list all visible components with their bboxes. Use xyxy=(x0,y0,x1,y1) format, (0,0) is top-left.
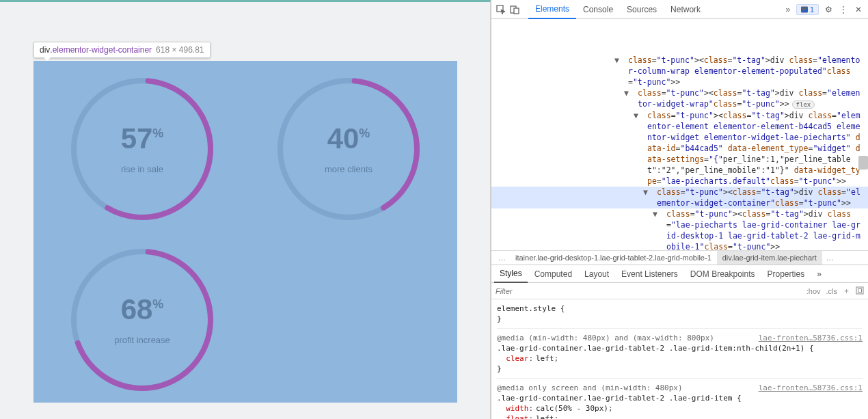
percent-value: 40% xyxy=(327,124,370,153)
styles-body[interactable]: element.style { } lae-fronten…58736.css:… xyxy=(491,299,868,419)
elementor-widget-container: 57% rise in sale 40% more clients 68% pr… xyxy=(33,61,457,403)
css-val: calc(50% - 30px) xyxy=(536,404,608,413)
devtools-tab-network[interactable]: Network xyxy=(664,0,707,19)
rule-selector: element.style { xyxy=(497,303,863,314)
percent-label: profit increase xyxy=(114,335,170,345)
svg-rect-8 xyxy=(514,8,519,14)
styles-filter-input[interactable] xyxy=(496,287,801,295)
styles-tab-computed[interactable]: Computed xyxy=(529,265,578,283)
flex-badge[interactable]: flex xyxy=(792,100,815,109)
box-model-icon[interactable] xyxy=(856,286,864,296)
styles-tab-more[interactable]: » xyxy=(811,265,827,283)
inspect-tooltip: div.elementor-widget-container618 × 496.… xyxy=(33,42,211,58)
percent-value: 68% xyxy=(121,295,164,324)
piechart-item: 57% rise in sale xyxy=(39,64,245,234)
breadcrumb-seg[interactable]: itainer.lae-grid-desktop-1.lae-grid-tabl… xyxy=(510,251,717,265)
svg-rect-10 xyxy=(802,8,806,9)
devtools-tab-sources[interactable]: Sources xyxy=(620,0,664,19)
css-prop: float xyxy=(506,414,528,419)
dom-node[interactable]: ▼class="t-punc"><class="t-tag">div class… xyxy=(491,110,868,187)
piechart-item: 68% profit increase xyxy=(39,234,245,405)
percent-value: 57% xyxy=(121,124,164,153)
dom-node[interactable]: ▼class="t-punc"><class="t-tag">div class… xyxy=(491,187,868,208)
page-preview: div.elementor-widget-container618 × 496.… xyxy=(0,0,491,419)
gear-icon[interactable]: ⚙ xyxy=(823,4,834,15)
styles-tab-styles[interactable]: Styles xyxy=(494,265,528,283)
tooltip-tag: div xyxy=(40,45,50,55)
more-tabs-icon[interactable]: » xyxy=(783,4,794,15)
svg-rect-13 xyxy=(858,288,862,292)
styles-tab-event-listeners[interactable]: Event Listeners xyxy=(616,265,683,283)
breadcrumb[interactable]: … itainer.lae-grid-desktop-1.lae-grid-ta… xyxy=(491,250,868,265)
css-prop: width xyxy=(506,404,528,413)
dom-node[interactable]: ▼class="t-punc"><class="t-tag">div class… xyxy=(491,208,868,250)
rule-close: } xyxy=(497,314,863,324)
percent-label: rise in sale xyxy=(121,164,163,174)
styles-tab-dom-breakpoints[interactable]: DOM Breakpoints xyxy=(685,265,761,283)
devtools-panel: ElementsConsoleSourcesNetwork » 1 ⚙ ⋮ ✕ … xyxy=(491,0,868,419)
donut-ring: 57% rise in sale xyxy=(67,74,217,224)
styles-tab-layout[interactable]: Layout xyxy=(579,265,614,283)
devtools-tab-elements[interactable]: Elements xyxy=(528,0,576,19)
piechart-item: 40% more clients xyxy=(245,64,452,234)
rule-source-link[interactable]: lae-fronten…58736.css:1 xyxy=(759,383,863,393)
percent-label: more clients xyxy=(325,164,372,174)
close-icon[interactable]: ✕ xyxy=(853,4,864,15)
rule-close: } xyxy=(497,364,863,374)
inspect-icon[interactable] xyxy=(496,4,506,15)
css-prop: clear xyxy=(506,354,528,363)
breadcrumb-ellipsis: … xyxy=(494,254,510,262)
css-val: left xyxy=(536,414,554,419)
svg-rect-12 xyxy=(856,287,863,294)
rule-selector: .lae-grid-container.lae-grid-tablet-2 .l… xyxy=(497,343,863,353)
breadcrumb-ellipsis: … xyxy=(822,254,838,262)
cls-toggle[interactable]: .cls xyxy=(826,287,838,295)
issue-badge[interactable]: 1 xyxy=(796,4,819,15)
scrollbar-thumb[interactable] xyxy=(858,156,868,170)
tooltip-class: .elementor-widget-container xyxy=(50,45,152,55)
tooltip-dims: 618 × 496.81 xyxy=(156,45,204,55)
rule-source-link[interactable]: lae-fronten…58736.css:1 xyxy=(759,333,863,343)
devtools-tab-console[interactable]: Console xyxy=(576,0,620,19)
dom-node[interactable]: ▼class="t-punc"><class="t-tag">div class… xyxy=(491,87,868,110)
dom-node[interactable]: ▼class="t-punc"><class="t-tag">div class… xyxy=(491,55,868,87)
dom-tree[interactable]: ▼class="t-punc"><class="t-tag">div class… xyxy=(491,19,868,250)
new-rule-icon[interactable]: ＋ xyxy=(843,286,850,296)
styles-filter-row: :hov .cls ＋ xyxy=(491,283,868,299)
styles-tabs: StylesComputedLayoutEvent ListenersDOM B… xyxy=(491,265,868,283)
donut-ring: 68% profit increase xyxy=(67,245,217,395)
devtools-toolbar: ElementsConsoleSourcesNetwork » 1 ⚙ ⋮ ✕ xyxy=(491,0,868,19)
css-val: left xyxy=(536,354,554,363)
device-toggle-icon[interactable] xyxy=(509,4,520,15)
rule-selector: .lae-grid-container.lae-grid-tablet-2 .l… xyxy=(497,393,863,403)
styles-tab-properties[interactable]: Properties xyxy=(762,265,811,283)
hov-toggle[interactable]: :hov xyxy=(806,287,821,295)
svg-rect-11 xyxy=(802,10,805,10)
donut-ring: 40% more clients xyxy=(273,74,424,224)
breadcrumb-seg-selected[interactable]: div.lae-grid-item.lae-piechart xyxy=(717,251,822,265)
kebab-icon[interactable]: ⋮ xyxy=(838,4,849,15)
